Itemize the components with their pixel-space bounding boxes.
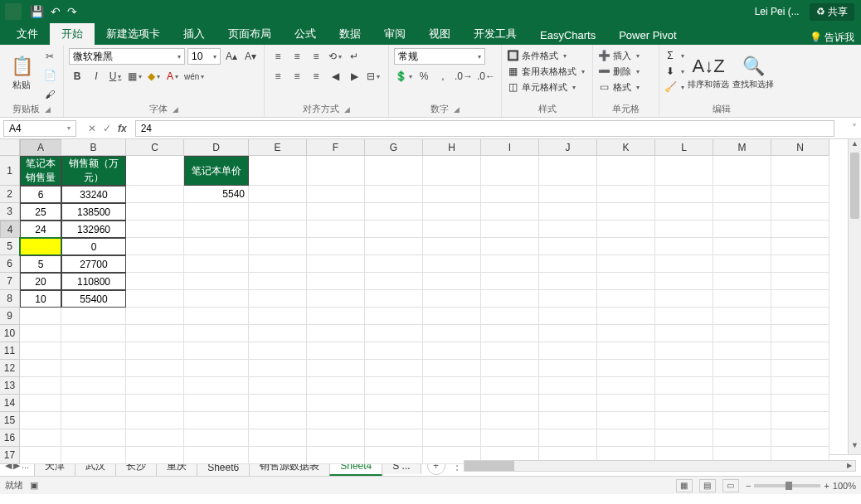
cell-D3[interactable] <box>184 203 249 220</box>
cell-B9[interactable] <box>61 308 126 325</box>
cell-G2[interactable] <box>365 186 423 203</box>
cell-N13[interactable] <box>771 377 829 395</box>
cell-B5[interactable]: 0 <box>61 238 126 255</box>
col-header-H[interactable]: H <box>423 139 481 156</box>
cell-H12[interactable] <box>423 360 481 377</box>
cell-D9[interactable] <box>184 308 249 325</box>
cell-D13[interactable] <box>184 377 249 395</box>
align-top-icon[interactable]: ≡ <box>270 48 286 65</box>
cell-H13[interactable] <box>423 377 481 395</box>
cell-H10[interactable] <box>423 325 481 342</box>
redo-icon[interactable]: ↷ <box>67 5 77 18</box>
tab-dev[interactable]: 开发工具 <box>462 23 528 45</box>
cell-J6[interactable] <box>539 255 597 273</box>
cell-A11[interactable] <box>20 342 61 360</box>
cell-I14[interactable] <box>481 395 539 412</box>
cell-C13[interactable] <box>126 377 184 395</box>
decrease-font-icon[interactable]: A▾ <box>242 48 259 65</box>
tab-insert[interactable]: 插入 <box>172 23 216 45</box>
cell-B4[interactable]: 132960 <box>61 220 126 238</box>
cell-H6[interactable] <box>423 255 481 273</box>
cell-G6[interactable] <box>365 255 423 273</box>
clear-button[interactable]: 🧹 <box>664 80 684 94</box>
cell-H5[interactable] <box>423 238 481 255</box>
cell-L13[interactable] <box>655 377 713 395</box>
expand-formula-bar-icon[interactable]: ˅ <box>848 123 861 134</box>
cell-H1[interactable] <box>423 156 481 186</box>
cell-A7[interactable]: 20 <box>20 273 61 290</box>
cell-F5[interactable] <box>307 238 365 255</box>
cell-F10[interactable] <box>307 325 365 342</box>
cell-B12[interactable] <box>61 360 126 377</box>
cell-N1[interactable] <box>771 156 829 186</box>
cell-C17[interactable] <box>126 447 184 464</box>
cell-B8[interactable]: 55400 <box>61 290 126 308</box>
cell-I5[interactable] <box>481 238 539 255</box>
cell-I4[interactable] <box>481 220 539 238</box>
copy-icon[interactable]: 📄 <box>41 67 58 84</box>
orientation-icon[interactable]: ⟲ <box>327 48 343 65</box>
cell-M1[interactable] <box>713 156 771 186</box>
cell-H2[interactable] <box>423 186 481 203</box>
sort-filter-button[interactable]: A↓Z排序和筛选 <box>688 48 729 98</box>
cell-I6[interactable] <box>481 255 539 273</box>
scroll-down-icon[interactable]: ▼ <box>849 441 861 454</box>
row-header-2[interactable]: 2 <box>0 186 20 203</box>
cell-I15[interactable] <box>481 412 539 429</box>
align-right-icon[interactable]: ≡ <box>308 68 324 85</box>
cell-G1[interactable] <box>365 156 423 186</box>
cell-M7[interactable] <box>713 273 771 290</box>
cell-N12[interactable] <box>771 360 829 377</box>
number-format-select[interactable]: 常规▾ <box>394 48 485 65</box>
cell-I12[interactable] <box>481 360 539 377</box>
delete-cells-button[interactable]: ➖删除 <box>598 64 640 79</box>
cell-K16[interactable] <box>597 429 655 447</box>
percent-icon[interactable]: % <box>416 68 432 85</box>
cell-N14[interactable] <box>771 395 829 412</box>
row-header-17[interactable]: 17 <box>0 447 20 464</box>
cell-J3[interactable] <box>539 203 597 220</box>
row-header-1[interactable]: 1 <box>0 156 20 186</box>
cell-L6[interactable] <box>655 255 713 273</box>
horizontal-scrollbar[interactable]: ◀ ▶ <box>464 460 856 472</box>
cell-C5[interactable] <box>126 238 184 255</box>
page-break-view-icon[interactable]: ▭ <box>722 479 739 492</box>
zoom-level[interactable]: 100% <box>833 481 856 491</box>
cell-C12[interactable] <box>126 360 184 377</box>
cell-A13[interactable] <box>20 377 61 395</box>
cell-J15[interactable] <box>539 412 597 429</box>
cell-A9[interactable] <box>20 308 61 325</box>
cell-A15[interactable] <box>20 412 61 429</box>
cell-M13[interactable] <box>713 377 771 395</box>
cell-H11[interactable] <box>423 342 481 360</box>
row-header-6[interactable]: 6 <box>0 255 20 273</box>
cell-E4[interactable] <box>249 220 307 238</box>
cell-G12[interactable] <box>365 360 423 377</box>
cell-H7[interactable] <box>423 273 481 290</box>
cell-E6[interactable] <box>249 255 307 273</box>
cell-G11[interactable] <box>365 342 423 360</box>
cell-B17[interactable] <box>61 447 126 464</box>
fill-button[interactable]: ⬇ <box>664 64 684 79</box>
cell-F4[interactable] <box>307 220 365 238</box>
col-header-F[interactable]: F <box>307 139 365 156</box>
align-launcher-icon[interactable]: ◢ <box>344 105 350 114</box>
cell-L1[interactable] <box>655 156 713 186</box>
cell-C14[interactable] <box>126 395 184 412</box>
cell-E16[interactable] <box>249 429 307 447</box>
cell-K7[interactable] <box>597 273 655 290</box>
cell-B1[interactable]: 销售额（万元） <box>61 156 126 186</box>
cell-G7[interactable] <box>365 273 423 290</box>
cell-D7[interactable] <box>184 273 249 290</box>
cell-J12[interactable] <box>539 360 597 377</box>
cell-N7[interactable] <box>771 273 829 290</box>
hscroll-right-icon[interactable]: ▶ <box>844 461 855 471</box>
cell-H8[interactable] <box>423 290 481 308</box>
cell-C9[interactable] <box>126 308 184 325</box>
cell-J1[interactable] <box>539 156 597 186</box>
tab-powerpivot[interactable]: Power Pivot <box>607 26 688 45</box>
cell-K14[interactable] <box>597 395 655 412</box>
cell-E13[interactable] <box>249 377 307 395</box>
number-launcher-icon[interactable]: ◢ <box>454 105 460 114</box>
cell-F9[interactable] <box>307 308 365 325</box>
